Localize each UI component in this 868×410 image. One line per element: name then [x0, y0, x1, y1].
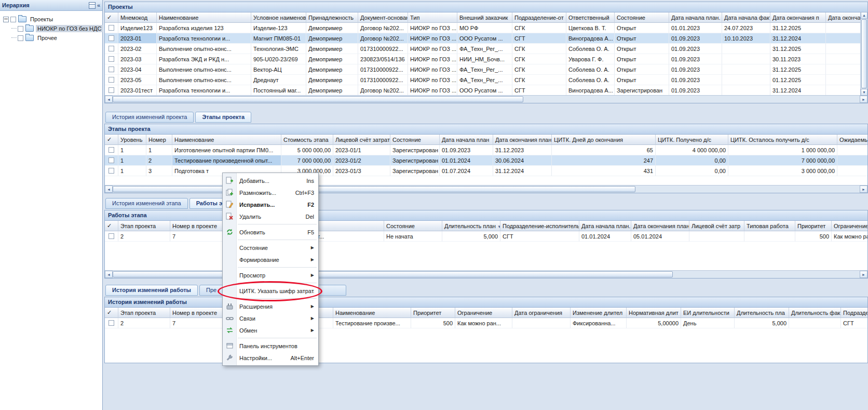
scroll-right-icon[interactable] [860, 186, 867, 193]
grid-row[interactable]: 2023-05Выполнение опытно-конс...Дреднаут… [105, 75, 867, 85]
column-header[interactable]: Изменение длител [571, 308, 627, 318]
grid-cell[interactable]: 1 000 000,00 [728, 145, 837, 155]
scroll-thumb[interactable] [113, 271, 673, 277]
grid-cell[interactable]: Открыт [615, 33, 669, 44]
grid-cell[interactable]: СГК [512, 64, 566, 75]
grid-cell[interactable]: Тестирование произве... [333, 318, 411, 328]
grid-cell[interactable]: СГТ [841, 318, 867, 328]
column-header[interactable]: Документ-основан [358, 12, 408, 23]
grid-cell[interactable]: НИОКР по ГОЗ ... [408, 54, 457, 64]
collapse-panel-icon[interactable] [97, 2, 100, 8]
grid-row[interactable]: 2023-01Разработка технологии и...Магнит … [105, 33, 867, 44]
grid-cell[interactable]: Дреднаут [251, 75, 306, 85]
grid-cell[interactable]: 01.01.2024 [440, 155, 493, 166]
column-header[interactable]: Дата начала факт [722, 12, 770, 23]
column-header[interactable]: ЦИТК. Осталось получить д/с [728, 135, 837, 145]
grid-cell[interactable]: 7 000 000,00 [728, 155, 837, 166]
grid-cell[interactable] [722, 54, 770, 64]
menu-item-refresh[interactable]: ОбновитьF5 [223, 226, 318, 238]
menu-item-links[interactable]: Связи▶ [223, 312, 318, 324]
grid-row[interactable]: 2023-01тестРазработка технологии и...Пос… [105, 85, 867, 95]
grid-cell[interactable]: 01.09.2023 [669, 64, 722, 75]
row-checkbox[interactable] [108, 25, 114, 31]
grid-cell[interactable]: НИОКР по ГОЗ ... [408, 75, 457, 85]
grid-cell[interactable] [722, 44, 770, 54]
scroll-left-icon[interactable] [105, 186, 113, 193]
row-checkbox[interactable] [108, 67, 114, 72]
grid-cell[interactable]: НИОКР по ГОЗ ... [408, 85, 457, 95]
column-header[interactable]: Длительность план▼ [442, 221, 500, 231]
tree-item-projects[interactable]: Проекты [1, 15, 101, 24]
scroll-right-icon[interactable] [860, 271, 867, 278]
column-header[interactable]: Подразделение-исполнитель. [500, 221, 579, 231]
grid-cell[interactable]: ФА_Техн_Рег_... [457, 75, 512, 85]
column-header[interactable]: Нормативная длит [627, 308, 681, 318]
scroll-thumb[interactable] [113, 186, 635, 192]
menu-item-extensions[interactable]: Расширения▶ [223, 300, 318, 312]
grid-cell[interactable]: СГК [512, 23, 566, 33]
column-header[interactable]: Дата окончания п [770, 12, 826, 23]
grid-cell[interactable]: Соболева О. А. [566, 44, 615, 54]
column-header[interactable]: Типовая работа [744, 221, 795, 231]
grid-cell[interactable] [837, 155, 867, 166]
column-header[interactable]: Номер в проекте [170, 221, 224, 231]
grid-cell[interactable]: 65 [552, 145, 656, 155]
grid-cell[interactable]: Открыт [615, 54, 669, 64]
grid-cell[interactable]: Договор №202... [358, 33, 408, 44]
grid-cell[interactable]: Зарегистрирован [390, 145, 440, 155]
grid-cell[interactable] [837, 145, 867, 155]
column-header[interactable]: Ограничение [832, 221, 867, 231]
grid-cell[interactable]: 017310000922... [358, 44, 408, 54]
grid-cell[interactable]: НИОКР по ГОЗ ... [408, 44, 457, 54]
grid-cell[interactable]: 3 [146, 166, 172, 176]
grid-cell[interactable]: 2 [118, 231, 170, 242]
column-header[interactable]: Подразделение-от [512, 12, 566, 23]
grid-cell[interactable]: 017310000922... [358, 64, 408, 75]
column-header[interactable]: Ожидаемь [837, 135, 867, 145]
grid-cell[interactable]: 500 [795, 231, 832, 242]
column-header[interactable]: Состояние [390, 135, 440, 145]
grid-cell[interactable]: Тестирование произведенной опыт... [172, 155, 281, 166]
grid-cell[interactable]: Зарегистрирован [390, 166, 440, 176]
scroll-down-icon[interactable] [861, 89, 867, 96]
tab-stage-history[interactable]: История изменений этапа [105, 198, 188, 209]
column-header[interactable]: Дата окончания план [631, 221, 689, 231]
column-header[interactable]: Наименование [157, 12, 251, 23]
grid-cell[interactable]: Зарегистрирован [390, 155, 440, 166]
grid-cell[interactable] [722, 64, 770, 75]
grid-cell[interactable]: 01.09.2023 [669, 85, 722, 95]
grid-cell[interactable]: 1 [118, 155, 146, 166]
grid-cell[interactable]: Выполнение опытно-конс... [157, 44, 251, 54]
grid-cell[interactable]: Разработка технологии и... [157, 33, 251, 44]
grid-cell[interactable]: Уварова Г. Ф. [566, 54, 615, 64]
grid-cell[interactable]: Демопример [306, 44, 358, 54]
scroll-up-icon[interactable] [861, 12, 867, 19]
grid-cell[interactable]: Демопример [306, 54, 358, 64]
tree-checkbox[interactable] [18, 26, 23, 32]
grid-cell[interactable]: 5,000 [735, 318, 789, 328]
grid-row[interactable]: 27Тестирование произве...500Как можно ра… [105, 318, 867, 328]
grid-cell[interactable]: Зарегистрирован [615, 85, 669, 95]
grid-cell[interactable]: СГК [512, 54, 566, 64]
column-header[interactable]: ЦИТК. Получено д/с [656, 135, 728, 145]
grid-cell[interactable]: Открыт [615, 23, 669, 33]
grid-cell[interactable]: СГК [512, 44, 566, 54]
row-checkbox[interactable] [108, 56, 114, 62]
grid-cell[interactable]: 7 [170, 231, 224, 242]
column-header[interactable]: Номер [146, 135, 172, 145]
grid-cell[interactable]: Фиксированна... [571, 318, 627, 328]
grid-cell[interactable]: 01.01.2023 [669, 23, 722, 33]
grid-cell[interactable]: ФА_Техн_Рег_... [457, 44, 512, 54]
grid-cell[interactable] [722, 85, 770, 95]
column-header[interactable]: Дата начала план [440, 135, 493, 145]
grid-cell[interactable]: 01.09.2023 [669, 54, 722, 64]
grid-cell[interactable]: Изделие-123 [251, 23, 306, 33]
column-header[interactable]: Подразделение-и [841, 308, 867, 318]
tab-work-history[interactable]: История изменений работы [105, 285, 198, 296]
grid-cell[interactable]: 01.12.2025 [770, 75, 826, 85]
column-header[interactable]: Условное наименова [251, 12, 306, 23]
grid-cell[interactable]: 500 [411, 318, 455, 328]
grid-cell[interactable]: 01.09.2023 [440, 145, 493, 155]
grid-cell[interactable]: 31.12.2024 [770, 85, 826, 95]
grid-cell[interactable]: Изделие123 [118, 23, 157, 33]
